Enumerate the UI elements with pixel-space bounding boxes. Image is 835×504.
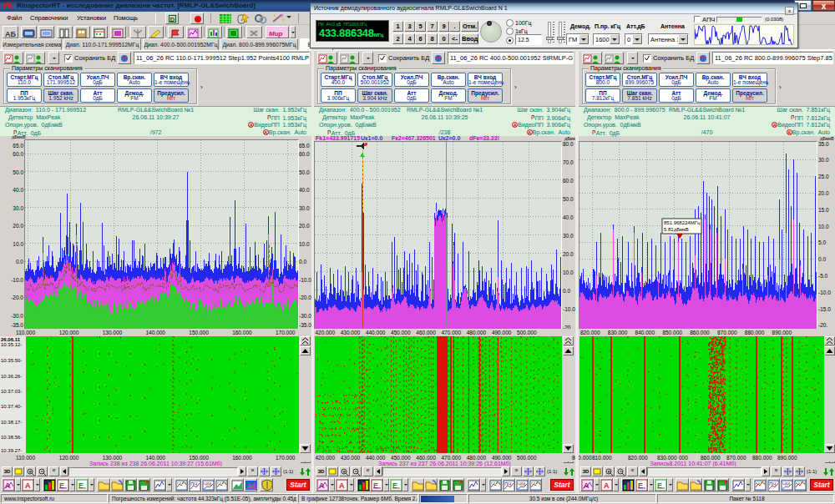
svg-text:ЧМ: ЧМ [204,481,211,486]
svg-text:A: A [339,481,345,490]
svg-text:851.968224МГц: 851.968224МГц [664,220,701,225]
svg-text:A: A [319,481,325,490]
svg-text:A: A [584,481,590,490]
svg-text:A: A [25,481,31,490]
svg-text:Мир: Мир [269,30,283,38]
svg-text:ЧМ: ЧМ [518,481,525,486]
svg-text:A: A [5,481,11,490]
svg-text:A: A [604,481,610,490]
svg-text:5.81дБмкВ: 5.81дБмкВ [664,227,689,232]
svg-text:ЧМ: ЧМ [782,481,790,486]
svg-text:АБ: АБ [5,30,16,38]
